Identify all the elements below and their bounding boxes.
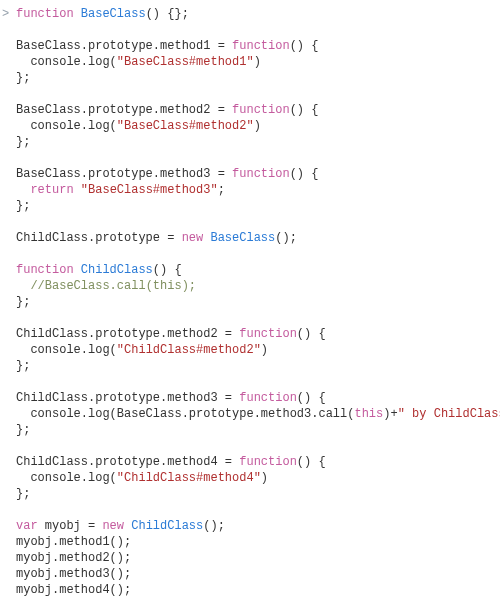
fn-baseclass: BaseClass xyxy=(81,7,146,21)
code-source: function BaseClass() {}; BaseClass.proto… xyxy=(0,6,500,598)
console-prompt: > xyxy=(2,6,9,22)
code-comment: //BaseClass.call(this); xyxy=(30,279,196,293)
code-input-block: > function BaseClass() {}; BaseClass.pro… xyxy=(0,0,500,598)
kw-function: function xyxy=(16,7,74,21)
fn-childclass: ChildClass xyxy=(81,263,153,277)
